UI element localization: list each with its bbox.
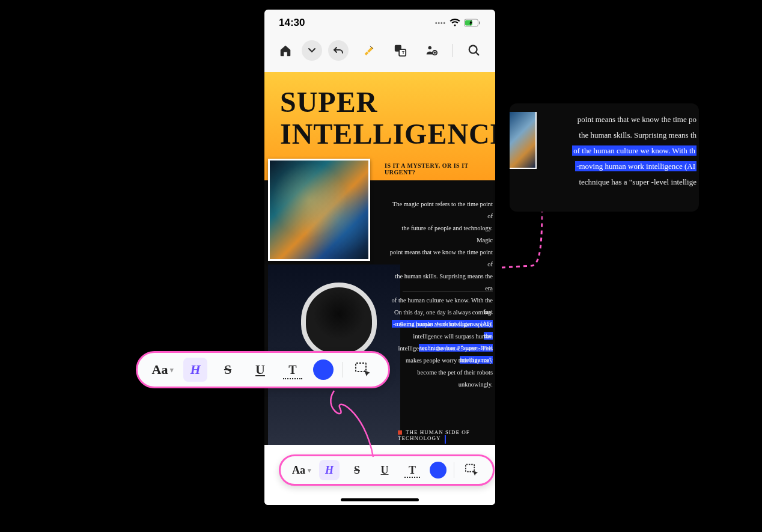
- svg-text:T: T: [402, 50, 405, 55]
- nebula-image: [268, 159, 370, 261]
- phone-frame: 14:30 ••••: [264, 10, 495, 505]
- callout-text: point means that we know the time po the…: [537, 103, 699, 212]
- doc-title-line2: INTELLIGENCE: [280, 118, 483, 150]
- aa-label: Aa: [292, 464, 305, 477]
- highlighter-button[interactable]: [359, 40, 379, 61]
- translate-button[interactable]: T: [390, 40, 410, 61]
- selection-tap-icon: [355, 362, 371, 378]
- doc-title-line1: SUPER: [280, 87, 483, 118]
- insert-image-button[interactable]: [421, 40, 442, 61]
- font-style-button[interactable]: Aa ▾: [151, 358, 175, 382]
- document: SUPER INTELLIGENCE IS IT A MYSTERY, OR I…: [264, 72, 495, 505]
- doc-subtitle: IS IT A MYSTERY, OR IS IT URGENT?: [385, 162, 495, 176]
- color-picker-button[interactable]: [430, 462, 447, 478]
- callout-image: [510, 112, 537, 169]
- text-line: technique has a "super -level intellige: [579, 177, 696, 186]
- format-divider: [342, 362, 343, 378]
- text-line: the future of people and technology. Mag…: [401, 225, 493, 243]
- format-bar: Aa ▾ H S U T: [279, 454, 495, 486]
- home-icon: [279, 44, 292, 57]
- squiggly-underline-button[interactable]: T: [402, 460, 422, 480]
- status-right: ••••: [435, 19, 481, 27]
- selection-tap-icon: [465, 463, 479, 477]
- format-bar-zoom: Aa ▾ H S U T: [136, 351, 390, 388]
- squiggly-underline-button[interactable]: T: [281, 358, 305, 382]
- text-line: intelligence in the next 25 years. This: [398, 345, 493, 352]
- text-line: unknowingly.: [459, 381, 493, 388]
- text-line: point means that we know the time po: [578, 115, 696, 124]
- chevron-down-icon: ▾: [170, 366, 174, 374]
- dropdown-button[interactable]: [302, 40, 322, 61]
- text-line: point means that we know the time point …: [390, 249, 493, 268]
- svg-rect-9: [356, 363, 366, 371]
- status-time: 14:30: [279, 17, 305, 29]
- highlight-button[interactable]: H: [319, 460, 340, 480]
- underline-button[interactable]: U: [248, 358, 272, 382]
- svg-rect-10: [466, 465, 474, 472]
- highlighter-icon: [362, 44, 376, 57]
- aa-label: Aa: [152, 362, 168, 378]
- caption-text: THE HUMAN SIDE OF TECHNOLOGY: [398, 429, 470, 441]
- undo-button[interactable]: [328, 40, 349, 61]
- hr: [403, 292, 493, 292]
- underline-button[interactable]: U: [374, 460, 395, 480]
- text-line: Some people alert that super -special: [400, 321, 493, 328]
- wifi-icon: [450, 19, 460, 27]
- doc-body: The magic point refers to the time point…: [264, 180, 495, 445]
- strikethrough-button[interactable]: S: [216, 358, 240, 382]
- home-button[interactable]: [275, 40, 296, 61]
- format-divider: [454, 462, 454, 478]
- svg-point-6: [428, 46, 432, 50]
- app-toolbar: T: [264, 36, 495, 65]
- translate-icon: T: [394, 44, 407, 57]
- color-picker-button[interactable]: [313, 359, 334, 380]
- text-line: The magic point refers to the time point…: [392, 201, 493, 219]
- text-line: the human skills. Surprising means th: [579, 130, 696, 139]
- chevron-down-icon: [308, 46, 316, 55]
- search-button[interactable]: [464, 40, 484, 61]
- text-line: intelligence will surpass human: [413, 333, 493, 340]
- signal-dots-icon: ••••: [435, 20, 446, 26]
- strikethrough-button[interactable]: S: [347, 460, 367, 480]
- text-line: the human skills. Surprising means the e…: [395, 273, 493, 292]
- apply-to-selection-button[interactable]: [462, 460, 482, 480]
- chevron-down-icon: ▾: [308, 466, 311, 474]
- paragraph-2[interactable]: On this day, one day is always coming. S…: [386, 307, 493, 391]
- apply-to-selection-button[interactable]: [351, 358, 375, 382]
- text-line-selected: of the human culture we know. With th: [572, 145, 696, 156]
- toolbar-divider: [453, 44, 453, 57]
- highlight-button[interactable]: H: [183, 358, 207, 382]
- svg-rect-2: [479, 22, 480, 25]
- text-line: On this day, one day is always coming.: [394, 309, 493, 316]
- status-bar: 14:30 ••••: [264, 10, 495, 36]
- text-line-selected: -moving human work intelligence (AI: [575, 161, 696, 171]
- doc-caption: THE HUMAN SIDE OF TECHNOLOGY: [398, 429, 495, 441]
- undo-icon: [333, 46, 344, 55]
- text-line: makes people worry that they may: [406, 357, 493, 364]
- home-indicator[interactable]: [341, 498, 419, 501]
- text-line: become the pet of their robots: [417, 369, 493, 376]
- font-style-button[interactable]: Aa ▾: [291, 460, 312, 480]
- search-icon: [468, 44, 481, 57]
- zoom-callout: point means that we know the time po the…: [510, 103, 699, 212]
- image-person-icon: [425, 44, 438, 57]
- battery-charging-icon: [464, 19, 481, 27]
